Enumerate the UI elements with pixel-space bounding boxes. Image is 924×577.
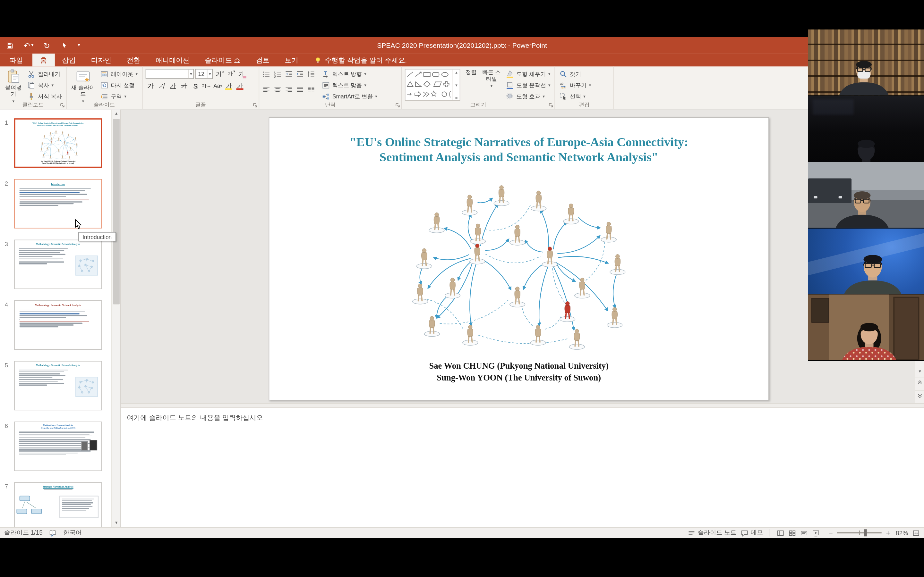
- reading-view-icon[interactable]: [800, 529, 808, 537]
- arrange-button[interactable]: 정렬: [461, 68, 481, 77]
- font-color-button[interactable]: 가: [235, 81, 245, 91]
- align-right-button[interactable]: [283, 84, 293, 94]
- bold-button[interactable]: 가: [145, 81, 156, 91]
- tab-4[interactable]: 애니메이션: [148, 53, 197, 66]
- fit-slide-to-window-icon[interactable]: [912, 529, 920, 537]
- format-painter-button[interactable]: 서식 복사: [25, 91, 64, 102]
- tab-6[interactable]: 검토: [248, 53, 277, 66]
- line-spacing-button[interactable]: [306, 69, 316, 79]
- notes-splitter[interactable]: [121, 403, 924, 408]
- underline-button[interactable]: 가: [168, 81, 178, 91]
- slide-thumbnail-2[interactable]: Introduction: [14, 179, 102, 228]
- slide-thumbnail-7[interactable]: Strategic Narratives Analysis: [14, 482, 102, 527]
- tell-me-box[interactable]: 수행할 작업을 알려 주세요.: [314, 53, 407, 66]
- slide-thumbnail-6[interactable]: Methodology: Framing Analysis(Semetko an…: [14, 422, 102, 471]
- thumb-scroll-down-button[interactable]: ▾: [112, 519, 121, 527]
- new-slide-button[interactable]: 새 슬라이드 ▾: [68, 68, 98, 105]
- section-button[interactable]: 구역▾: [98, 91, 140, 102]
- strikethrough-button[interactable]: 가: [179, 81, 189, 91]
- slide-sorter-icon[interactable]: [788, 529, 796, 537]
- italic-button[interactable]: 가: [157, 81, 167, 91]
- thumb-scroll-up-button[interactable]: ▴: [112, 110, 121, 118]
- thumbnail-scrollbar[interactable]: ▴▾: [111, 110, 120, 527]
- save-icon[interactable]: [6, 41, 13, 49]
- video-participant-3-man-with-glasses-roadway[interactable]: [808, 162, 924, 228]
- notes-toggle-button[interactable]: 슬라이드 노트: [688, 529, 736, 537]
- decrease-font-size-button[interactable]: 가▾: [225, 69, 235, 79]
- tab-1[interactable]: 삽입: [55, 53, 83, 66]
- highlight-color-button[interactable]: 가: [224, 81, 234, 91]
- slide-thumbnail-1[interactable]: "EU's Online Strategic Narratives of Eur…: [14, 118, 102, 168]
- select-button[interactable]: 선택▾: [557, 91, 594, 102]
- zoom-slider[interactable]: [837, 532, 882, 533]
- increase-font-size-button[interactable]: 가▴: [214, 69, 224, 79]
- pointer-icon[interactable]: [60, 41, 68, 49]
- language-indicator[interactable]: 한국어: [63, 529, 82, 537]
- previous-slide-button[interactable]: [915, 377, 924, 390]
- decrease-indent-button[interactable]: [283, 69, 293, 79]
- zoom-in-button[interactable]: +: [886, 528, 890, 537]
- customize-quick-access-icon[interactable]: ▾: [78, 43, 80, 48]
- thumb-scrollbar-thumb[interactable]: [113, 119, 120, 305]
- reset-button[interactable]: 다시 설정: [98, 80, 140, 91]
- justify-button[interactable]: [294, 84, 304, 94]
- shapes-gallery[interactable]: ▴▾≡: [405, 69, 460, 101]
- tab-file[interactable]: 파일: [0, 53, 32, 66]
- layout-button[interactable]: 레이아웃▾: [98, 69, 140, 79]
- find-button[interactable]: 찾기: [557, 69, 594, 79]
- notes-pane[interactable]: 여기에 슬라이드 노트의 내용을 입력하십시오: [121, 408, 924, 527]
- undo-icon[interactable]: ↶▾: [23, 41, 33, 49]
- scroll-down-button[interactable]: ▾: [915, 367, 924, 376]
- align-center-button[interactable]: [272, 84, 282, 94]
- clipboard-dialog-launcher[interactable]: [60, 103, 65, 108]
- shape-outline-button[interactable]: 도형 윤곽선▾: [503, 80, 553, 91]
- slide-thumbnail-3[interactable]: Methodology: Semantic Network Analysis: [14, 240, 102, 289]
- change-case-button[interactable]: Aa▾: [213, 81, 223, 91]
- paragraph-dialog-launcher[interactable]: [395, 103, 401, 108]
- video-participant-1-man-with-white-mask-bookshelf[interactable]: [808, 29, 924, 95]
- zoom-slider-thumb[interactable]: [864, 529, 867, 536]
- slideshow-icon[interactable]: [812, 529, 820, 537]
- video-participant-2-dim-room-silhouette[interactable]: [808, 96, 924, 162]
- normal-view-icon[interactable]: [776, 529, 784, 537]
- align-text-button[interactable]: 텍스트 맞춤▾: [320, 80, 380, 91]
- spellcheck-icon[interactable]: [49, 529, 57, 537]
- quick-styles-button[interactable]: A 빠른 스타일 ▾: [481, 68, 502, 90]
- tab-2[interactable]: 디자인: [83, 53, 119, 66]
- font-name-combobox[interactable]: ▾: [145, 69, 194, 79]
- slide-canvas[interactable]: "EU's Online Strategic Narratives of Eur…: [269, 117, 769, 400]
- align-left-button[interactable]: [261, 84, 271, 94]
- redo-icon[interactable]: ↻: [44, 41, 50, 49]
- tab-3[interactable]: 전환: [119, 53, 148, 66]
- copy-button[interactable]: 복사▾: [25, 80, 64, 91]
- shapes-gallery-scroll[interactable]: ▴▾≡: [453, 69, 460, 100]
- convert-smartart-button[interactable]: SmartArt로 변환▾: [320, 91, 380, 102]
- tab-0[interactable]: 홈: [32, 53, 55, 66]
- numbering-button[interactable]: [272, 69, 282, 79]
- clear-formatting-button[interactable]: 가: [236, 69, 246, 79]
- network-diagram[interactable]: [400, 184, 642, 358]
- paste-button[interactable]: 붙여넣기 ▾: [2, 68, 25, 105]
- comments-toggle-button[interactable]: 메모: [740, 529, 763, 537]
- text-shadow-button[interactable]: S: [190, 81, 200, 91]
- tab-7[interactable]: 보기: [277, 53, 306, 66]
- drawing-dialog-launcher[interactable]: [548, 103, 554, 108]
- slide-thumbnail-4[interactable]: Methodology: Semantic Network Analysis: [14, 300, 102, 350]
- cut-button[interactable]: 잘라내기: [25, 69, 64, 79]
- slide-thumbnail-5[interactable]: Methodology: Semantic Network Analysis: [14, 361, 102, 410]
- character-spacing-button[interactable]: 가↔: [202, 81, 212, 91]
- bullets-button[interactable]: [261, 69, 271, 79]
- font-size-combobox[interactable]: 12▾: [195, 69, 213, 79]
- columns-button[interactable]: [306, 84, 316, 94]
- shape-effects-button[interactable]: 도형 효과▾: [503, 91, 553, 102]
- next-slide-button[interactable]: [915, 390, 924, 403]
- video-participant-4-man-with-glasses-blue-backdrop[interactable]: [808, 228, 924, 294]
- zoom-percent[interactable]: 82%: [896, 529, 908, 536]
- font-dialog-launcher[interactable]: [252, 103, 258, 108]
- tab-5[interactable]: 슬라이드 쇼: [197, 53, 248, 66]
- replace-button[interactable]: ab바꾸기▾: [557, 80, 594, 91]
- shape-fill-button[interactable]: 도형 채우기▾: [503, 69, 553, 79]
- video-participant-5-woman-floral-top-room[interactable]: [808, 295, 924, 361]
- increase-indent-button[interactable]: [294, 69, 304, 79]
- zoom-out-button[interactable]: −: [829, 528, 833, 537]
